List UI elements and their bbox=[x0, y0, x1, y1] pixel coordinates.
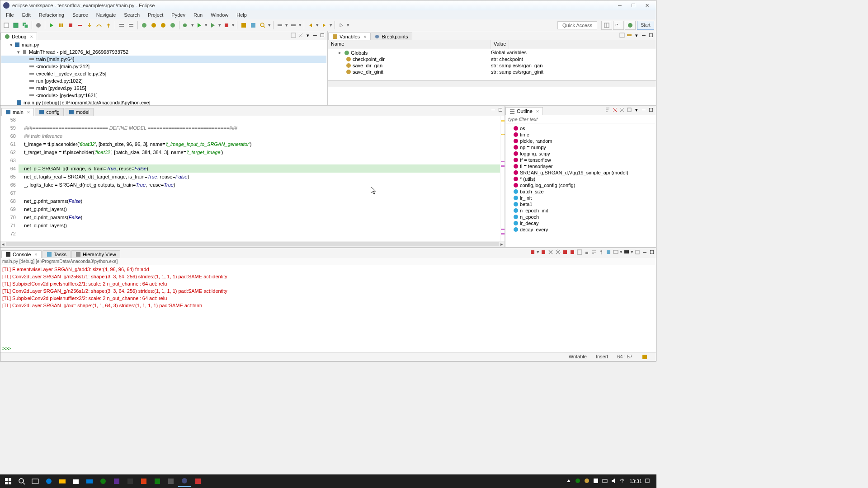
expand-icon[interactable]: ▸ bbox=[337, 50, 343, 56]
menu-run[interactable]: Run bbox=[190, 11, 206, 19]
outline-item[interactable]: beta1 bbox=[506, 201, 655, 207]
tab-config[interactable]: config bbox=[35, 108, 63, 116]
toolbar-icon[interactable] bbox=[276, 21, 284, 29]
toolbar-icon[interactable] bbox=[619, 32, 625, 38]
toolbar-icon[interactable] bbox=[569, 249, 576, 255]
close-icon[interactable]: × bbox=[34, 252, 37, 257]
code-line[interactable]: net_g.print_layers() bbox=[19, 205, 500, 213]
tray-icon[interactable] bbox=[575, 478, 581, 484]
debug-dropdown-icon[interactable] bbox=[182, 21, 190, 29]
code-line[interactable]: net_d, logits_real = SRGAN_d(t_target_im… bbox=[19, 173, 500, 181]
tab-variables[interactable]: Variables × bbox=[328, 33, 370, 40]
open-perspective-icon[interactable] bbox=[601, 21, 612, 30]
start-button[interactable]: Start bbox=[637, 21, 654, 30]
tree-item[interactable]: <module> [main.py:312] bbox=[1, 63, 326, 70]
app-icon[interactable] bbox=[124, 475, 137, 487]
toolbar-icon[interactable] bbox=[634, 249, 641, 255]
table-row[interactable]: save_dir_gan str: samples/srgan_gan bbox=[328, 62, 656, 69]
terminate-icon[interactable] bbox=[540, 249, 547, 255]
toolbar-icon[interactable] bbox=[289, 21, 297, 29]
menu-navigate[interactable]: Navigate bbox=[93, 11, 119, 19]
maximize-icon[interactable]: ☐ bbox=[497, 107, 504, 113]
resume-icon[interactable] bbox=[47, 21, 56, 29]
toolbar-icon[interactable] bbox=[159, 21, 167, 29]
outline-item[interactable]: pickle, random bbox=[506, 138, 655, 144]
outline-item[interactable]: n_epoch_init bbox=[506, 207, 655, 214]
taskbar[interactable]: 中 13:31 bbox=[0, 474, 656, 488]
remove-icon[interactable] bbox=[547, 249, 554, 255]
outline-item[interactable]: n_epoch bbox=[506, 214, 655, 220]
close-icon[interactable]: × bbox=[363, 34, 366, 39]
code-line[interactable]: t_image = tf.placeholder('float32', [bat… bbox=[19, 140, 500, 148]
clear-icon[interactable] bbox=[576, 249, 583, 255]
code-line[interactable]: t_target_image = tf.placeholder('float32… bbox=[19, 148, 500, 156]
code-line[interactable] bbox=[19, 189, 500, 197]
quick-access[interactable]: Quick Access bbox=[557, 21, 597, 29]
network-icon[interactable] bbox=[602, 478, 609, 484]
tab-debug[interactable]: Debug × bbox=[0, 33, 37, 40]
app-icon[interactable] bbox=[110, 475, 123, 487]
toolbar-icon[interactable] bbox=[297, 32, 304, 38]
table-row[interactable]: checkpoint_dir str: checkpoint bbox=[328, 56, 656, 62]
close-button[interactable]: ✕ bbox=[641, 1, 653, 9]
menu-edit[interactable]: Edit bbox=[19, 11, 34, 19]
tray-icon[interactable] bbox=[584, 478, 590, 484]
store-icon[interactable] bbox=[70, 475, 82, 487]
toolbar-icon[interactable] bbox=[562, 249, 568, 255]
minimize-icon[interactable]: ─ bbox=[642, 249, 648, 255]
overview-ruler[interactable] bbox=[500, 116, 505, 241]
close-icon[interactable]: × bbox=[27, 109, 30, 115]
outline-item[interactable]: np = numpy bbox=[506, 144, 655, 150]
eclipse-taskbar-icon[interactable] bbox=[178, 475, 191, 487]
tab-breakpoints[interactable]: Breakpoints bbox=[370, 33, 412, 40]
code-line[interactable]: net_g.print_params(False) bbox=[19, 197, 500, 205]
code-line[interactable]: ## train inference bbox=[19, 132, 500, 140]
scrollbar[interactable] bbox=[328, 80, 656, 87]
coverage-dropdown-icon[interactable] bbox=[209, 21, 217, 29]
scroll-right-icon[interactable]: ▸ bbox=[499, 241, 505, 247]
open-console-icon[interactable] bbox=[623, 249, 630, 255]
tab-outline[interactable]: Outline × bbox=[505, 107, 543, 115]
start-menu-icon[interactable] bbox=[2, 475, 14, 487]
code-editor[interactable]: 585960616263646566676869707172 ###======… bbox=[0, 116, 505, 241]
minimize-icon[interactable]: ─ bbox=[312, 32, 318, 38]
maximize-icon[interactable]: ☐ bbox=[648, 107, 654, 113]
tree-item[interactable]: main [pydevd.py:1615] bbox=[1, 84, 326, 92]
maximize-button[interactable]: ☐ bbox=[627, 1, 640, 9]
tree-item[interactable]: run [pydevd.py:1022] bbox=[1, 77, 326, 84]
menu-refactoring[interactable]: Refactoring bbox=[35, 11, 68, 19]
step-return-icon[interactable] bbox=[104, 21, 113, 29]
terminate-icon[interactable] bbox=[66, 21, 75, 29]
maximize-icon[interactable]: ☐ bbox=[319, 32, 326, 38]
tree-item[interactable]: execfile [_pydev_execfile.py:25] bbox=[1, 70, 326, 77]
outline-item[interactable]: batch_size bbox=[506, 188, 655, 195]
explorer-icon[interactable] bbox=[56, 475, 69, 487]
outline-item[interactable]: tl = tensorlayer bbox=[506, 163, 655, 169]
step-over-icon[interactable] bbox=[95, 21, 103, 29]
outline-item[interactable]: tf = tensorflow bbox=[506, 157, 655, 163]
tray-icon[interactable] bbox=[593, 478, 599, 484]
skip-breakpoints-icon[interactable] bbox=[34, 21, 42, 29]
app-icon[interactable] bbox=[192, 475, 204, 487]
view-menu-icon[interactable]: ▾ bbox=[633, 107, 640, 113]
tab-model[interactable]: model bbox=[65, 108, 94, 116]
outline-item[interactable]: os bbox=[506, 125, 655, 131]
scroll-left-icon[interactable]: ◂ bbox=[0, 241, 6, 247]
wrap-icon[interactable] bbox=[591, 249, 597, 255]
search-icon[interactable] bbox=[15, 475, 28, 487]
sort-icon[interactable] bbox=[604, 107, 611, 113]
tree-item[interactable]: train [main.py:64] bbox=[1, 56, 326, 63]
outline-item[interactable]: * (utils) bbox=[506, 176, 655, 182]
col-value[interactable]: Value bbox=[491, 40, 509, 49]
ime-icon[interactable]: 中 bbox=[620, 478, 627, 484]
search-icon[interactable] bbox=[259, 21, 267, 29]
save-icon[interactable] bbox=[12, 21, 20, 29]
toolbar-icon[interactable] bbox=[249, 21, 257, 29]
tab-hierarchy[interactable]: Hierarchy View bbox=[71, 250, 120, 258]
chevron-up-icon[interactable] bbox=[566, 478, 572, 484]
maximize-icon[interactable]: ☐ bbox=[649, 249, 655, 255]
run-dropdown-icon[interactable] bbox=[195, 21, 203, 29]
code-line[interactable] bbox=[19, 230, 500, 238]
maximize-icon[interactable]: ☐ bbox=[648, 32, 654, 38]
outline-item[interactable]: time bbox=[506, 131, 655, 138]
